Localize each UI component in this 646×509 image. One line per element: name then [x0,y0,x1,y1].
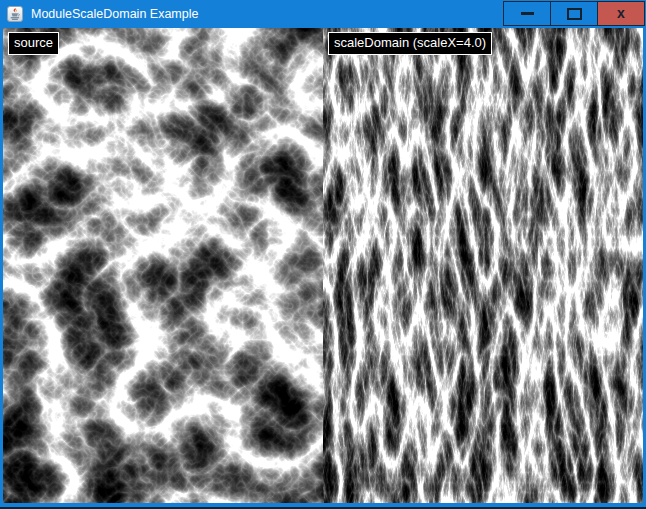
content-area: source scaleDomain (scaleX=4.0) [3,28,643,503]
maximize-icon [567,8,582,20]
scaledomain-label: scaleDomain (scaleX=4.0) [328,32,492,55]
app-window: ModuleScaleDomain Example x source scale… [0,0,646,509]
panel-source: source [3,28,323,503]
maximize-button[interactable] [550,1,598,26]
window-title: ModuleScaleDomain Example [31,7,198,21]
close-icon: x [617,6,625,20]
minimize-button[interactable] [503,1,551,26]
scaledomain-noise-image [323,28,643,503]
panel-scale-domain: scaleDomain (scaleX=4.0) [323,28,643,503]
source-label: source [8,32,59,55]
source-noise-image [3,28,323,503]
java-coffee-cup-icon [7,6,23,22]
title-bar[interactable]: ModuleScaleDomain Example x [0,0,646,28]
minimize-icon [521,12,534,15]
close-button[interactable]: x [597,1,645,26]
window-controls: x [504,1,645,26]
